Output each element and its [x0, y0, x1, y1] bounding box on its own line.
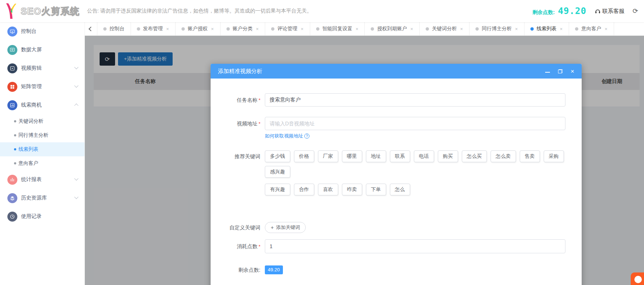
- contact-label: 联系客服: [602, 8, 624, 15]
- maximize-icon[interactable]: [558, 69, 562, 73]
- tab[interactable]: 意向客户 ×: [569, 22, 614, 35]
- keyword-chip[interactable]: 合作: [294, 184, 314, 195]
- tab-close-icon[interactable]: ×: [560, 26, 563, 32]
- add-keyword-button[interactable]: + 添加关键词: [265, 222, 306, 233]
- tab-close-icon[interactable]: ×: [300, 26, 304, 32]
- tab-dot-icon: [530, 27, 534, 31]
- remaining-points: 剩余点数: 49.20: [533, 6, 586, 16]
- tab[interactable]: 控制台 ×: [97, 22, 131, 35]
- floating-support-widget-icon[interactable]: [631, 272, 644, 285]
- keyword-chip[interactable]: 购买: [438, 150, 458, 162]
- sidebar-subitem-peer-blogger[interactable]: 同行博主分析: [0, 128, 84, 142]
- bullet-dot-icon: [14, 148, 16, 150]
- bullet-dot-icon: [14, 162, 16, 164]
- video-url-input[interactable]: [265, 117, 565, 130]
- sidebar-item-console[interactable]: 控制台: [0, 22, 84, 41]
- keyword-chip[interactable]: 地址: [366, 150, 386, 162]
- bullet-dot-icon: [14, 120, 16, 122]
- page-refresh-icon[interactable]: ⟳: [633, 7, 638, 15]
- keyword-chip[interactable]: 下单: [366, 184, 386, 195]
- tab-close-icon[interactable]: ×: [460, 26, 464, 32]
- sidebar-subitem-intent-customers[interactable]: 意向客户: [0, 156, 84, 170]
- tab-dot-icon: [371, 27, 374, 31]
- keyword-chip[interactable]: 哪里: [342, 150, 362, 162]
- keyword-chip[interactable]: 感兴趣: [265, 166, 290, 178]
- tab-label: 账户分类: [233, 25, 253, 32]
- video-url-label: 视频地址*: [211, 117, 265, 139]
- tab-close-icon[interactable]: ×: [604, 26, 608, 32]
- chevron-down-icon: [74, 65, 78, 69]
- tabs-scroll-left-button[interactable]: [85, 22, 97, 35]
- sidebar-label: 历史资源库: [21, 195, 75, 201]
- sidebar-subitem-keyword-analysis[interactable]: 关键词分析: [0, 114, 84, 128]
- tab[interactable]: 发布管理 ×: [131, 22, 176, 35]
- sidebar-item-data-screen[interactable]: 数据大屏: [0, 41, 84, 59]
- cost-points-label: 消耗点数*: [211, 239, 265, 254]
- tab[interactable]: 线索列表 ×: [524, 22, 569, 35]
- task-name-label: 任务名称*: [211, 93, 265, 107]
- minimize-icon[interactable]: [545, 72, 550, 73]
- tab-label: 同行博主分析: [482, 25, 512, 32]
- sidebar-item-reports[interactable]: 统计报表: [0, 170, 84, 189]
- task-name-input[interactable]: [265, 93, 565, 107]
- tab[interactable]: 评论管理 ×: [265, 22, 310, 35]
- tab-close-icon[interactable]: ×: [515, 26, 518, 32]
- keyword-chip[interactable]: 电话: [414, 150, 434, 162]
- tab-label: 账户授权: [188, 25, 208, 32]
- close-icon[interactable]: ×: [571, 68, 574, 74]
- sidebar-subitem-leads-list[interactable]: 线索列表: [0, 142, 84, 156]
- points-value: 49.20: [558, 6, 586, 16]
- chevron-down-icon: [74, 84, 78, 88]
- tab-label: 授权到期账户: [377, 25, 407, 32]
- tab-label: 评论管理: [277, 25, 297, 32]
- sidebar-item-usage-records[interactable]: 使用记录: [0, 207, 84, 226]
- keyword-chip[interactable]: 联系: [390, 150, 410, 162]
- tab-close-icon[interactable]: ×: [166, 26, 170, 32]
- keyword-chip[interactable]: 有兴趣: [265, 184, 290, 195]
- keyword-chip[interactable]: 怎么卖: [491, 150, 516, 162]
- tab-dot-icon: [103, 27, 107, 31]
- sidebar-label: 使用记录: [21, 213, 78, 220]
- tab-close-icon[interactable]: ×: [355, 26, 359, 32]
- usage-records-icon: [7, 212, 17, 222]
- keyword-chips-row2: 有兴趣合作喜欢咋卖下单怎么: [265, 184, 565, 195]
- sidebar-label: 控制台: [21, 28, 78, 35]
- contact-support-button[interactable]: 联系客服: [595, 8, 624, 15]
- keyword-chip[interactable]: 怎么: [390, 184, 410, 195]
- tab-close-icon[interactable]: ×: [410, 26, 413, 32]
- points-label: 剩余点数:: [533, 9, 555, 15]
- logo-text: SEO火剪系统: [21, 5, 80, 17]
- sidebar-item-video-edit[interactable]: 视频剪辑: [0, 59, 84, 77]
- dialog-header[interactable]: 添加精准视频分析 ×: [211, 64, 582, 79]
- keyword-chip[interactable]: 价格: [294, 150, 314, 162]
- chevron-up-icon: [74, 104, 78, 108]
- tab[interactable]: 同行博主分析 ×: [470, 22, 524, 35]
- chevron-down-icon: [74, 195, 78, 199]
- remaining-points-label: 剩余点数:: [211, 265, 265, 274]
- tab-close-icon[interactable]: ×: [211, 26, 214, 32]
- tab[interactable]: 关键词分析 ×: [420, 22, 470, 35]
- keyword-chip[interactable]: 多少钱: [265, 150, 290, 162]
- tab[interactable]: 智能回复设置 ×: [310, 22, 365, 35]
- leads-icon: [7, 100, 17, 110]
- keyword-chip[interactable]: 怎么买: [462, 150, 487, 162]
- sidebar-item-matrix[interactable]: 矩阵管理: [0, 77, 84, 96]
- sidebar-item-leads[interactable]: 线索商机: [0, 96, 84, 114]
- cost-points-input[interactable]: [265, 239, 565, 253]
- keyword-chip[interactable]: 采购: [544, 150, 564, 162]
- sidebar-label: 矩阵管理: [21, 83, 75, 90]
- subitem-label: 意向客户: [18, 160, 38, 167]
- video-url-help-link[interactable]: 如何获取视频地址 ?: [265, 133, 309, 139]
- tab[interactable]: 授权到期账户 ×: [365, 22, 420, 35]
- tab[interactable]: 账户授权 ×: [176, 22, 221, 35]
- keyword-chip[interactable]: 咋卖: [342, 184, 362, 195]
- tab-dot-icon: [316, 27, 319, 31]
- keyword-chip[interactable]: 售卖: [520, 150, 540, 162]
- keyword-chip[interactable]: 厂家: [318, 150, 338, 162]
- keyword-chip[interactable]: 喜欢: [318, 184, 338, 195]
- sidebar-item-history-library[interactable]: 历史资源库: [0, 189, 84, 207]
- dialog-title: 添加精准视频分析: [218, 68, 545, 75]
- tab-close-icon[interactable]: ×: [256, 26, 259, 32]
- tab[interactable]: 账户分类 ×: [221, 22, 266, 35]
- app-logo: SEO火剪系统: [0, 3, 85, 20]
